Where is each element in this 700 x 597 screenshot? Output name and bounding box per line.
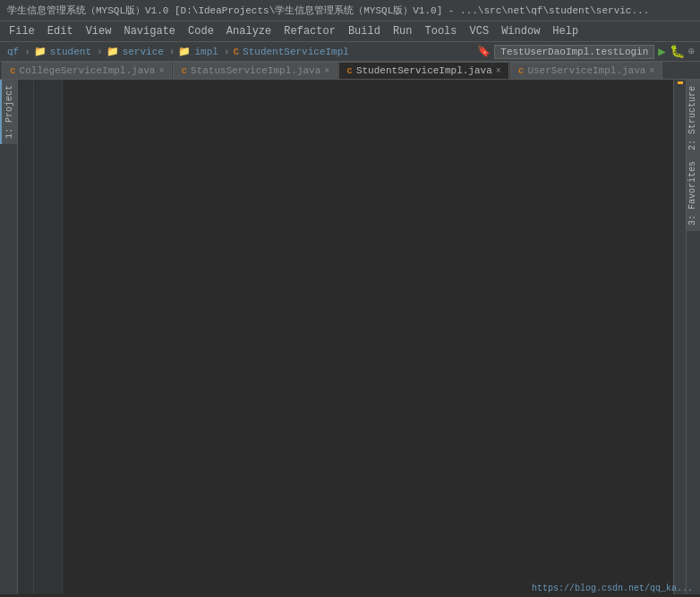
left-sidebar-panel: 1: Project: [0, 80, 18, 594]
tab-label-4: UserServiceImpl.java: [527, 65, 645, 76]
tab-label-2: StatusServiceImpl.java: [191, 65, 320, 76]
code-editor[interactable]: [18, 80, 686, 594]
nav-folder-icon: 📁: [34, 46, 47, 57]
nav-sep2: ›: [95, 47, 105, 57]
tab-close-4[interactable]: ×: [649, 66, 654, 76]
nav-student[interactable]: student: [48, 46, 93, 58]
run-controls: 🔖 TestUserDaoImpl.testLogin ▶ 🐛 ⊕: [477, 44, 695, 59]
nav-sep1: ›: [22, 47, 32, 57]
code-gutter: [18, 80, 34, 594]
tab-status-service-impl[interactable]: c StatusServiceImpl.java ×: [173, 62, 337, 79]
url-text: https://blog.csdn.net/qq_ka...: [532, 584, 693, 593]
run-icon[interactable]: ▶: [658, 44, 665, 59]
structure-panel-tab[interactable]: 2: Structure: [687, 80, 700, 156]
tab-close-2[interactable]: ×: [324, 66, 329, 76]
line-numbers: [34, 80, 63, 594]
tab-label-3: StudentServiceImpl.java: [356, 65, 492, 76]
nav-folder-icon3: 📁: [178, 46, 191, 57]
tab-c-icon-1: c: [10, 65, 16, 76]
run-config-label[interactable]: TestUserDaoImpl.testLogin: [494, 45, 654, 59]
menu-item-navigate[interactable]: Navigate: [118, 23, 181, 39]
tabs-bar: c CollegeServiceImpl.java × c StatusServ…: [0, 62, 700, 80]
debug-icon[interactable]: 🐛: [670, 44, 685, 59]
run-with-coverage-icon[interactable]: ⊕: [688, 45, 695, 58]
tab-c-icon-3: c: [346, 65, 353, 76]
nav-class-icon: C: [233, 47, 239, 57]
tab-c-icon-2: c: [181, 65, 187, 76]
tab-college-service-impl[interactable]: c CollegeServiceImpl.java ×: [2, 62, 172, 79]
nav-class[interactable]: StudentServiceImpl: [241, 46, 351, 58]
tab-user-service-impl[interactable]: c UserServiceImpl.java ×: [510, 62, 663, 79]
bottom-url: https://blog.csdn.net/qq_ka...: [532, 584, 693, 593]
menu-bar: File Edit View Navigate Code Analyze Ref…: [0, 21, 700, 42]
menu-item-file[interactable]: File: [4, 23, 40, 39]
menu-item-tools[interactable]: Tools: [420, 23, 463, 39]
menu-item-window[interactable]: Window: [496, 23, 545, 39]
main-area: 1: Project 2: Structure 3: Favorites: [0, 80, 700, 594]
menu-item-run[interactable]: Run: [388, 23, 418, 39]
menu-item-help[interactable]: Help: [547, 23, 584, 39]
nav-folder-icon2: 📁: [107, 46, 119, 57]
nav-qf[interactable]: qf: [5, 46, 21, 58]
bookmark-icon[interactable]: 🔖: [477, 45, 491, 58]
code-content[interactable]: [63, 80, 673, 594]
menu-item-vcs[interactable]: VCS: [465, 23, 495, 39]
project-panel-tab[interactable]: 1: Project: [0, 80, 17, 144]
menu-item-analyze[interactable]: Analyze: [221, 23, 277, 39]
menu-item-refactor[interactable]: Refactor: [278, 23, 341, 39]
nav-bar: qf › 📁 student › 📁 service › 📁 impl › C …: [0, 42, 700, 62]
right-error-gutter: [673, 80, 686, 594]
tab-student-service-impl[interactable]: c StudentServiceImpl.java ×: [338, 62, 508, 79]
nav-impl[interactable]: impl: [192, 46, 219, 58]
tab-c-icon-4: c: [518, 65, 525, 76]
nav-sep4: ›: [222, 47, 232, 57]
title-bar: 学生信息管理系统（MYSQL版）V1.0 [D:\IdeaProjects\学生…: [0, 0, 700, 21]
tab-close-3[interactable]: ×: [496, 66, 501, 76]
tab-label-1: CollegeServiceImpl.java: [20, 65, 156, 76]
menu-item-code[interactable]: Code: [183, 23, 219, 39]
favorites-panel-tab[interactable]: 3: Favorites: [687, 156, 700, 231]
editor-area: [18, 80, 686, 594]
gutter-mark-1: [678, 81, 683, 84]
nav-service[interactable]: service: [121, 46, 166, 58]
menu-item-build[interactable]: Build: [343, 23, 386, 39]
right-sidebar-panel: 2: Structure 3: Favorites: [686, 80, 700, 594]
menu-item-view[interactable]: View: [81, 23, 117, 39]
tab-close-1[interactable]: ×: [158, 66, 164, 76]
nav-sep3: ›: [167, 47, 177, 57]
title-text: 学生信息管理系统（MYSQL版）V1.0 [D:\IdeaProjects\学生…: [7, 4, 649, 17]
menu-item-edit[interactable]: Edit: [42, 23, 79, 39]
